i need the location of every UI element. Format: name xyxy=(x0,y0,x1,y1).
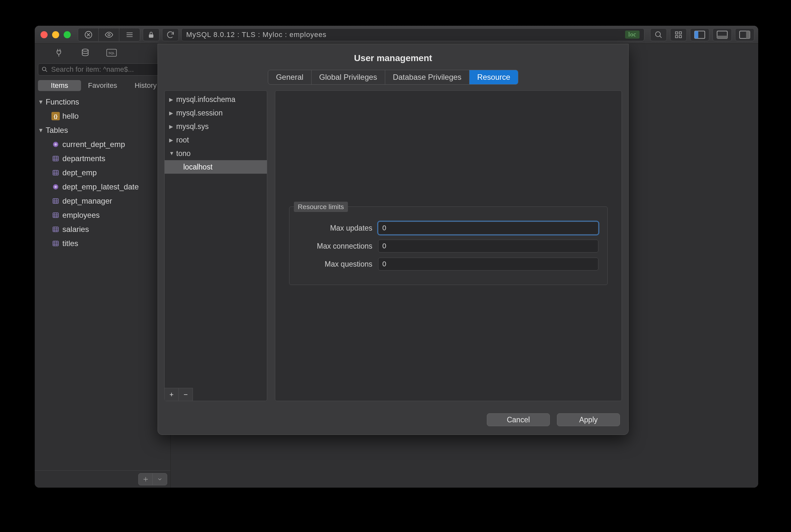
tree-item[interactable]: dept_emp xyxy=(35,166,170,180)
add-button[interactable] xyxy=(139,473,153,485)
svg-rect-6 xyxy=(676,35,678,38)
database-icon xyxy=(81,48,90,57)
view-icon xyxy=(52,183,60,191)
tree-item[interactable]: departments xyxy=(35,152,170,166)
svg-rect-13 xyxy=(746,31,750,38)
max-connections-input[interactable] xyxy=(378,240,598,252)
left-sidebar: SQL Items Favorites History ▼Functions{}… xyxy=(35,44,171,488)
bottom-panel-toggle[interactable] xyxy=(713,28,732,41)
search-button[interactable] xyxy=(650,28,667,41)
main-area: SQL Items Favorites History ▼Functions{}… xyxy=(35,44,758,488)
disclosure-arrow-icon: ▶ xyxy=(169,96,174,102)
add-user-button[interactable]: + xyxy=(165,388,179,401)
svg-rect-27 xyxy=(53,241,59,246)
fieldset-legend: Resource limits xyxy=(294,202,348,212)
tree-item-label: departments xyxy=(62,154,105,163)
tree-item[interactable]: dept_manager xyxy=(35,194,170,208)
svg-rect-9 xyxy=(695,31,698,38)
mode-sql-button[interactable]: SQL xyxy=(102,46,121,59)
svg-rect-2 xyxy=(149,34,153,38)
list-icon xyxy=(125,30,134,39)
user-item[interactable]: ▼tono xyxy=(165,147,267,160)
preview-button[interactable] xyxy=(99,28,119,41)
connection-info-bar[interactable]: MySQL 8.0.12 : TLS : Myloc : employees l… xyxy=(181,28,644,41)
tree-section-tables[interactable]: ▼Tables xyxy=(35,123,170,137)
grid-icon xyxy=(674,30,683,39)
tree-item-label: dept_emp_latest_date xyxy=(62,183,139,191)
mode-database-button[interactable] xyxy=(75,46,95,59)
tab-items[interactable]: Items xyxy=(38,80,81,91)
svg-rect-7 xyxy=(679,35,681,38)
tab-general[interactable]: General xyxy=(268,70,311,84)
sidebar-search-input[interactable] xyxy=(38,63,167,76)
svg-point-1 xyxy=(108,34,110,36)
connection-text: MySQL 8.0.12 : TLS : Myloc : employees xyxy=(186,31,327,39)
dialog-body: ▶mysql.infoschema▶mysql.session▶mysql.sy… xyxy=(158,90,628,407)
form-row: Max connections xyxy=(298,240,598,252)
form-label: Max updates xyxy=(298,224,372,232)
lock-button[interactable] xyxy=(143,28,159,41)
svg-rect-25 xyxy=(53,213,59,218)
cancel-button[interactable]: Cancel xyxy=(487,413,550,426)
dialog-footer: Cancel Apply xyxy=(158,407,628,435)
max-questions-input[interactable] xyxy=(378,258,598,270)
search-icon xyxy=(654,30,663,39)
svg-rect-5 xyxy=(679,32,681,34)
tab-favorites[interactable]: Favorites xyxy=(81,80,124,91)
disclosure-arrow-icon: ▼ xyxy=(169,151,174,156)
cancel-button[interactable] xyxy=(78,28,99,41)
tree-item-label: dept_emp xyxy=(62,168,97,177)
plus-icon xyxy=(142,476,149,482)
list-button[interactable] xyxy=(119,28,140,41)
form-label: Max questions xyxy=(298,260,372,269)
grid-button[interactable] xyxy=(670,28,687,41)
svg-rect-21 xyxy=(53,170,59,175)
tree-item-label: titles xyxy=(62,239,78,248)
right-panel-toggle[interactable] xyxy=(735,28,754,41)
user-item[interactable]: ▶mysql.sys xyxy=(165,120,267,133)
tab-global-privileges[interactable]: Global Privileges xyxy=(312,70,385,84)
remove-user-button[interactable]: − xyxy=(179,388,193,401)
apply-button[interactable]: Apply xyxy=(557,413,620,426)
view-icon xyxy=(52,140,60,149)
tree-section-functions[interactable]: ▼Functions xyxy=(35,95,170,109)
user-item[interactable]: ▶mysql.infoschema xyxy=(165,93,267,106)
tree-item[interactable]: employees xyxy=(35,208,170,222)
dialog-tabs: GeneralGlobal PrivilegesDatabase Privile… xyxy=(268,70,518,84)
form-row: Max questions xyxy=(298,258,598,270)
tab-database-privileges[interactable]: Database Privileges xyxy=(385,70,469,84)
user-list-footer: + − xyxy=(165,388,267,401)
tree-item[interactable]: current_dept_emp xyxy=(35,137,170,152)
user-host-item[interactable]: localhost xyxy=(165,160,267,174)
close-window-button[interactable] xyxy=(40,31,47,38)
max-updates-input[interactable] xyxy=(378,222,598,234)
user-list: ▶mysql.infoschema▶mysql.session▶mysql.sy… xyxy=(165,91,267,388)
connection-badge: loc xyxy=(625,31,640,39)
tree-item[interactable]: titles xyxy=(35,236,170,250)
user-item[interactable]: ▶root xyxy=(165,133,267,147)
svg-rect-24 xyxy=(53,199,59,204)
maximize-window-button[interactable] xyxy=(64,31,71,38)
tree-item[interactable]: salaries xyxy=(35,222,170,236)
tree-item[interactable]: dept_emp_latest_date xyxy=(35,180,170,194)
titlebar: MySQL 8.0.12 : TLS : Myloc : employees l… xyxy=(35,26,758,44)
tree-item-label: employees xyxy=(62,211,100,220)
form-row: Max updates xyxy=(298,222,598,234)
minimize-window-button[interactable] xyxy=(52,31,59,38)
mode-plug-button[interactable] xyxy=(49,46,69,59)
add-dropdown-toggle[interactable] xyxy=(153,473,167,485)
svg-rect-4 xyxy=(676,32,678,34)
reload-button[interactable] xyxy=(162,28,179,41)
tree-item-label: hello xyxy=(62,112,79,121)
tree-item[interactable]: {}hello xyxy=(35,109,170,123)
reload-icon xyxy=(166,30,175,39)
chevron-down-icon xyxy=(157,476,163,482)
bottom-panel-icon xyxy=(716,31,728,39)
user-item[interactable]: ▶mysql.session xyxy=(165,106,267,120)
tab-resource[interactable]: Resource xyxy=(469,70,518,84)
sidebar-mode-icons: SQL xyxy=(35,44,170,61)
left-panel-toggle[interactable] xyxy=(690,28,709,41)
svg-point-3 xyxy=(656,32,660,36)
detail-panel: Resource limits Max updatesMax connectio… xyxy=(275,90,622,401)
dialog-title: User management xyxy=(158,44,628,70)
